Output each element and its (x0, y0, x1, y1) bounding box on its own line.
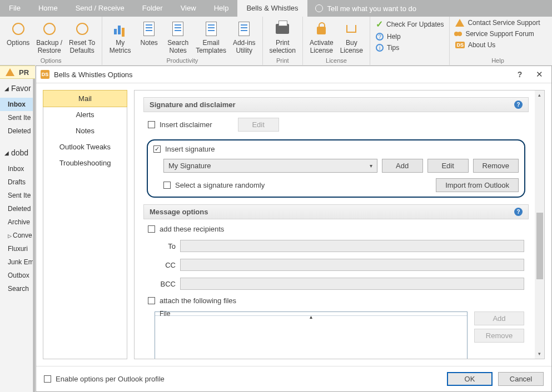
reset-label: Reset To Defaults (69, 39, 95, 54)
nav-sent[interactable]: Sent Ite (0, 111, 33, 124)
msgopt-header-label: Message options (150, 208, 208, 216)
help-icon[interactable]: ? (514, 208, 523, 216)
tell-me[interactable]: Tell me what you want to do (307, 4, 424, 13)
cat-trouble[interactable]: Troubleshooting (43, 155, 127, 171)
templates-button[interactable]: Email Templates (192, 19, 230, 56)
cat-mail[interactable]: Mail (43, 90, 127, 107)
signature-selected: My Signature (168, 162, 211, 170)
cc-field[interactable] (180, 259, 524, 271)
print-button[interactable]: Print selection (266, 19, 299, 56)
cat-alerts[interactable]: Alerts (43, 107, 127, 123)
nav-search[interactable]: Search (0, 282, 33, 295)
addins-button[interactable]: Add-ins Utility (230, 19, 259, 56)
menu-file[interactable]: File (0, 0, 29, 17)
nav-sent-2[interactable]: Sent Ite (0, 189, 33, 202)
scrollbar[interactable]: ▴ ▾ (535, 91, 544, 359)
nav-junk[interactable]: Junk Em (0, 255, 33, 269)
gear-icon (12, 23, 24, 35)
favorites-label: Favor (11, 84, 31, 93)
support-button[interactable]: Contact Service Support (452, 18, 543, 28)
menu-help[interactable]: Help (205, 0, 238, 17)
add-recipients-checkbox[interactable] (148, 225, 155, 233)
enable-profile-label: Enable options per Outlook profile (56, 375, 165, 383)
reset-button[interactable]: Reset To Defaults (66, 19, 98, 56)
warning-icon (455, 19, 464, 27)
nav-archive[interactable]: Archive (0, 215, 33, 229)
notes-button[interactable]: Notes (135, 19, 163, 48)
file-col-label: File (160, 310, 170, 318)
info-icon: i (376, 44, 384, 52)
sig-header-label: Signature and disclaimer (150, 100, 236, 109)
menu-home[interactable]: Home (29, 0, 67, 17)
help-button[interactable]: ? (511, 67, 528, 82)
random-sig-checkbox[interactable] (163, 182, 171, 189)
import-outlook-button[interactable]: Import from Outlook (436, 178, 519, 192)
cc-label: CC (155, 261, 176, 269)
ok-button[interactable]: OK (447, 372, 493, 386)
signature-select[interactable]: My Signature ▾ (163, 159, 377, 173)
help-icon: ? (376, 33, 384, 41)
notes-icon (143, 22, 155, 36)
ds-icon: DS (455, 42, 465, 48)
attach-files-checkbox[interactable] (148, 297, 155, 304)
cancel-button[interactable]: Cancel (498, 372, 544, 386)
edit-sig-button[interactable]: Edit (427, 159, 469, 173)
collapse-icon: ◢ (4, 150, 9, 156)
add-sig-button[interactable]: Add (382, 159, 423, 173)
metrics-button[interactable]: My Metrics (106, 19, 135, 56)
help-icon[interactable]: ? (514, 100, 523, 109)
about-label: About Us (468, 41, 495, 49)
about-button[interactable]: DSAbout Us (452, 40, 543, 50)
remove-sig-button[interactable]: Remove (473, 159, 519, 173)
scroll-up[interactable]: ▴ (535, 91, 544, 100)
to-field[interactable] (180, 240, 524, 252)
enable-profile-checkbox[interactable] (44, 375, 51, 383)
favorites-header[interactable]: ◢Favor (0, 79, 33, 98)
scroll-down[interactable]: ▾ (535, 349, 544, 359)
tips-button[interactable]: iTips (372, 43, 447, 53)
chart-icon (114, 23, 126, 34)
cat-notes[interactable]: Notes (43, 123, 127, 139)
nav-deleted[interactable]: Deleted (0, 124, 33, 138)
check-updates-button[interactable]: ✓Check For Updates (372, 18, 447, 31)
nav-deleted-2[interactable]: Deleted (0, 202, 33, 215)
search-notes-button[interactable]: Search Notes (163, 19, 192, 56)
options-label: Options (7, 39, 29, 47)
nav-outbox[interactable]: Outbox (0, 269, 33, 282)
account-header[interactable]: ◢dobd (0, 143, 33, 162)
menu-view[interactable]: View (172, 0, 205, 17)
close-button[interactable]: ✕ (528, 67, 550, 82)
nav-inbox-2[interactable]: Inbox (0, 162, 33, 175)
nav-conv[interactable]: ▷Conve (0, 229, 33, 242)
backup-button[interactable]: Backup / Restore (33, 19, 66, 56)
group-options-label: Options (0, 57, 102, 65)
file-grid[interactable]: File ▴ (155, 311, 468, 359)
nav-inbox[interactable]: Inbox (0, 98, 33, 111)
menu-bells[interactable]: Bells & Whistles (237, 0, 307, 17)
templates-icon (206, 22, 217, 36)
insert-signature-checkbox[interactable] (153, 145, 161, 153)
backup-label: Backup / Restore (36, 39, 62, 54)
help-label: Help (387, 33, 401, 41)
check-updates-label: Check For Updates (386, 21, 444, 28)
forum-button[interactable]: Service Support Forum (452, 29, 543, 39)
nav-drafts[interactable]: Drafts (0, 175, 33, 189)
insert-disclaimer-checkbox[interactable] (148, 121, 155, 128)
activate-button[interactable]: Activate License (306, 19, 337, 56)
bcc-field[interactable] (180, 278, 524, 290)
chevron-down-icon: ▾ (370, 163, 372, 169)
file-column-header[interactable]: File ▴ (155, 312, 467, 316)
to-label: To (155, 242, 176, 250)
nav-flux[interactable]: Fluxuri (0, 242, 33, 255)
scroll-thumb[interactable] (536, 213, 543, 279)
menu-send[interactable]: Send / Receive (67, 0, 133, 17)
cat-tweaks[interactable]: Outlook Tweaks (43, 139, 127, 155)
menu-folder[interactable]: Folder (133, 0, 172, 17)
warning-icon (6, 68, 14, 76)
notes-label: Notes (141, 39, 158, 47)
options-button[interactable]: Options (3, 19, 33, 48)
addins-label: Add-ins Utility (233, 39, 256, 54)
buy-button[interactable]: Buy License (337, 19, 366, 56)
help-button[interactable]: ?Help (372, 32, 447, 42)
msgopt-section-header: Message options ? (143, 204, 529, 219)
